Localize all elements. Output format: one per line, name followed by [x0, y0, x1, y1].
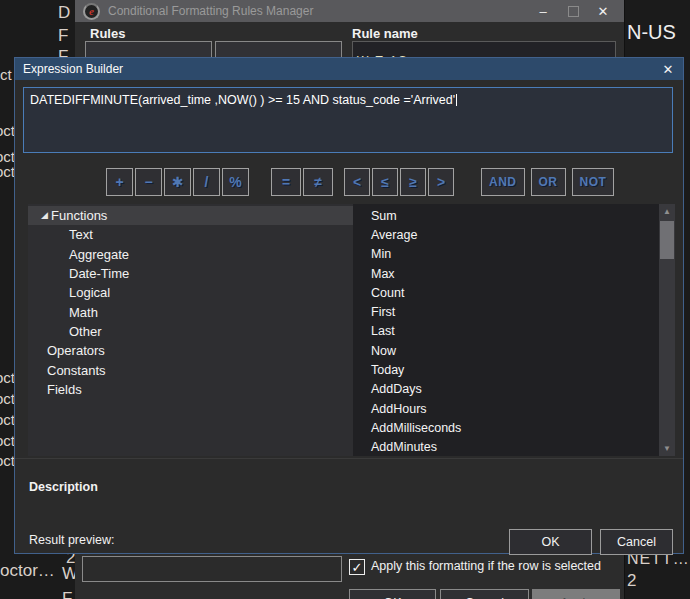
not-operator-button[interactable]: NOT: [572, 168, 615, 196]
greater-equal-operator-button[interactable]: ≥: [400, 168, 426, 196]
greater-than-operator-button[interactable]: >: [428, 168, 454, 196]
tree-item-label: Operators: [47, 343, 105, 358]
list-item-sum[interactable]: Sum: [353, 206, 659, 225]
list-item-now[interactable]: Now: [353, 341, 659, 360]
logical-operator-group: AND OR NOT: [481, 168, 614, 196]
bg-text-fragment: oct: [0, 369, 15, 386]
tree-item-fields[interactable]: Fields: [28, 380, 353, 399]
divide-operator-button[interactable]: /: [193, 168, 220, 196]
list-item-addmilliseconds[interactable]: AddMilliseconds: [353, 418, 659, 437]
multiply-operator-button[interactable]: ✱: [164, 168, 191, 196]
scrollbar-thumb[interactable]: [660, 221, 674, 259]
tree-item-operators[interactable]: Operators: [28, 341, 353, 360]
manager-apply-button[interactable]: Apply: [532, 589, 620, 599]
or-operator-button[interactable]: OR: [531, 168, 566, 196]
less-equal-operator-button[interactable]: ≤: [372, 168, 398, 196]
bg-text-fragment: 2: [627, 571, 636, 591]
rules-manager-titlebar[interactable]: e Conditional Formatting Rules Manager –…: [75, 0, 624, 22]
dialog-title: Expression Builder: [23, 62, 123, 76]
expression-builder-dialog: Expression Builder ✕ DATEDIFFMINUTE(arri…: [14, 57, 684, 554]
list-item-addminutes[interactable]: AddMinutes: [353, 438, 659, 457]
bg-text-fragment: oct: [0, 411, 15, 428]
manager-cancel-button[interactable]: Cancel: [440, 589, 529, 599]
tree-item-label: Functions: [51, 208, 107, 223]
tree-item-other[interactable]: Other: [28, 322, 353, 341]
dialog-close-button[interactable]: ✕: [657, 58, 679, 80]
tree-item-label: Constants: [47, 363, 106, 378]
list-item-today[interactable]: Today: [353, 360, 659, 379]
equality-operator-group: = ≠: [271, 168, 333, 196]
not-equals-operator-button[interactable]: ≠: [303, 168, 333, 196]
tree-item-label: Text: [69, 227, 93, 242]
bg-text-fragment: octor…: [0, 561, 55, 581]
close-button[interactable]: ✕: [588, 0, 618, 22]
tree-item-math[interactable]: Math: [28, 302, 353, 321]
apply-row-selected-label: Apply this formatting if the row is sele…: [371, 559, 601, 573]
dialog-titlebar[interactable]: Expression Builder: [15, 58, 683, 80]
app-logo-icon: e: [83, 3, 100, 20]
plus-operator-button[interactable]: +: [106, 168, 133, 196]
bg-text-fragment: oct: [0, 452, 15, 469]
minus-operator-button[interactable]: −: [135, 168, 162, 196]
tree-item-label: Aggregate: [69, 247, 129, 262]
functions-list: Sum Average Min Max Count First Last Now…: [353, 204, 659, 456]
bg-text-fragment: ct: [0, 66, 12, 83]
bg-text-fragment: F: [62, 589, 72, 599]
description-label: Description: [29, 480, 98, 494]
result-preview-label: Result preview:: [29, 533, 114, 547]
rules-manager-title: Conditional Formatting Rules Manager: [108, 4, 313, 18]
dialog-cancel-button[interactable]: Cancel: [600, 529, 673, 555]
arithmetic-operator-group: + − ✱ / %: [106, 168, 249, 196]
rule-name-label: Rule name: [352, 26, 418, 41]
less-than-operator-button[interactable]: <: [344, 168, 370, 196]
minimize-button[interactable]: –: [528, 0, 558, 22]
close-icon: ✕: [663, 62, 674, 77]
and-operator-button[interactable]: AND: [481, 168, 525, 196]
list-item-count[interactable]: Count: [353, 283, 659, 302]
bg-text-fragment: oct: [0, 432, 15, 449]
bg-text-fragment: F: [58, 26, 68, 46]
equals-operator-button[interactable]: =: [271, 168, 301, 196]
scroll-down-icon[interactable]: ▼: [659, 442, 675, 455]
rules-label: Rules: [90, 26, 125, 41]
list-item-first[interactable]: First: [353, 302, 659, 321]
list-item-addhours[interactable]: AddHours: [353, 399, 659, 418]
tree-item-functions[interactable]: ◢ Functions: [28, 206, 353, 225]
minimize-icon: –: [539, 4, 546, 19]
bg-text-fragment: oct: [0, 163, 15, 180]
tree-item-text[interactable]: Text: [28, 225, 353, 244]
modulo-operator-button[interactable]: %: [222, 168, 249, 196]
tree-item-label: Logical: [69, 285, 110, 300]
bg-text-fragment: oct: [0, 390, 15, 407]
manager-ok-button[interactable]: OK: [349, 589, 436, 599]
dialog-footer: Description Result preview: OK Cancel: [15, 458, 683, 554]
close-icon: ✕: [598, 4, 609, 19]
apply-row-selected-checkbox[interactable]: ✓: [349, 559, 365, 575]
expander-expanded-icon[interactable]: ◢: [41, 211, 51, 220]
tree-item-logical[interactable]: Logical: [28, 283, 353, 302]
tree-item-date-time[interactable]: Date-Time: [28, 264, 353, 283]
list-item-last[interactable]: Last: [353, 322, 659, 341]
vertical-scrollbar[interactable]: ▲ ▼: [659, 204, 675, 456]
list-item-average[interactable]: Average: [353, 225, 659, 244]
formatting-value-input[interactable]: [82, 556, 342, 582]
list-item-min[interactable]: Min: [353, 245, 659, 264]
tree-item-label: Math: [69, 305, 98, 320]
category-tree: ◢ Functions Text Aggregate Date-Time Log…: [28, 204, 353, 456]
maximize-button[interactable]: [558, 0, 588, 22]
expression-input[interactable]: DATEDIFFMINUTE(arrived_time ,NOW() ) >= …: [23, 87, 673, 153]
dialog-ok-button[interactable]: OK: [509, 529, 592, 555]
tree-item-constants[interactable]: Constants: [28, 360, 353, 379]
list-item-max[interactable]: Max: [353, 264, 659, 283]
bg-text-fragment: D: [58, 3, 70, 23]
bg-text-fragment: N-US: [627, 21, 676, 44]
tree-item-label: Fields: [47, 382, 82, 397]
list-item-adddays[interactable]: AddDays: [353, 380, 659, 399]
tree-item-aggregate[interactable]: Aggregate: [28, 245, 353, 264]
maximize-icon: [568, 6, 579, 17]
checkmark-icon: ✓: [352, 561, 363, 574]
scroll-up-icon[interactable]: ▲: [659, 205, 675, 218]
expression-text: DATEDIFFMINUTE(arrived_time ,NOW() ) >= …: [30, 93, 455, 107]
bg-text-fragment: oct: [0, 122, 15, 139]
relational-operator-group: < ≤ ≥ >: [344, 168, 454, 196]
